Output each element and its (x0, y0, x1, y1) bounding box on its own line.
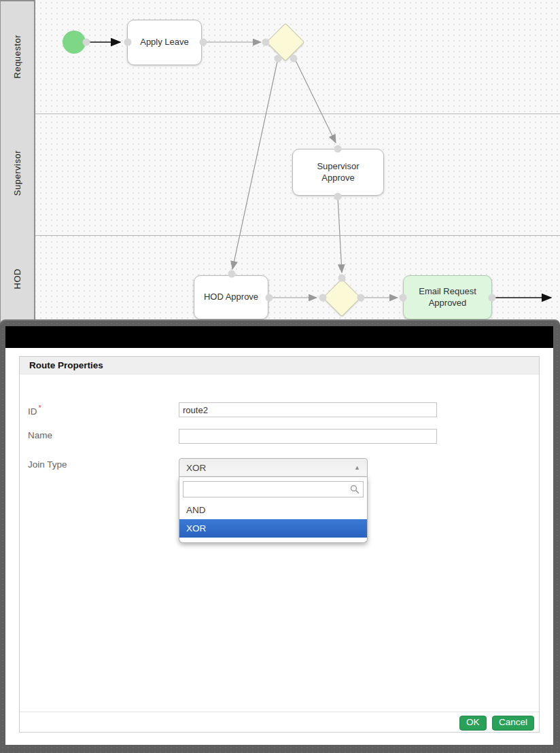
dialog-titlebar (5, 326, 553, 348)
gateway-route1[interactable] (266, 23, 305, 62)
task-supervisor-approve-label-line2: Approve (321, 173, 354, 183)
task-email-label-line2: Approved (429, 298, 467, 309)
join-type-dropdown: XOR ▲ AND XOR (179, 458, 368, 543)
dropdown-option-and[interactable]: AND (179, 501, 367, 519)
app-window: Requestor Supervisor HOD Apply Leave Sup… (0, 0, 560, 753)
id-input[interactable] (179, 402, 437, 417)
dialog-frame: Route Properties ID* Name Join Type (0, 319, 560, 753)
join-type-selected-value: XOR (186, 463, 354, 473)
dialog-footer: OK Cancel (20, 712, 539, 732)
task-supervisor-approve-label-line1: Supervisor (317, 161, 359, 172)
search-icon (350, 485, 360, 494)
lane-hod-label: HOD (12, 268, 22, 289)
panel-title: Route Properties (20, 357, 539, 374)
name-label: Name (28, 430, 177, 440)
task-hod-approve[interactable]: HOD Approve (194, 275, 268, 319)
chevron-up-icon: ▲ (354, 464, 360, 471)
start-event-node[interactable] (63, 31, 86, 54)
route-properties-dialog: Route Properties ID* Name Join Type (5, 326, 553, 745)
ok-button[interactable]: OK (459, 716, 487, 731)
join-type-dropdown-panel: AND XOR (179, 477, 368, 543)
gateway-route2[interactable] (323, 279, 362, 317)
lane-requestor[interactable]: Requestor (0, 0, 35, 113)
name-input[interactable] (179, 429, 437, 444)
task-email-request-approved[interactable]: Email Request Approved (403, 275, 492, 319)
lane-divider (35, 113, 560, 114)
task-hod-approve-label: HOD Approve (204, 292, 258, 302)
task-supervisor-approve[interactable]: Supervisor Approve (292, 149, 384, 196)
workflow-canvas[interactable]: Requestor Supervisor HOD Apply Leave Sup… (0, 0, 560, 325)
route-properties-panel: Route Properties ID* Name Join Type (19, 356, 540, 733)
dropdown-option-xor[interactable]: XOR (179, 519, 367, 538)
required-marker: * (39, 404, 41, 412)
dropdown-search-wrap (183, 481, 364, 497)
cancel-button[interactable]: Cancel (492, 716, 534, 731)
task-apply-leave[interactable]: Apply Leave (127, 20, 202, 65)
dropdown-search-input[interactable] (183, 481, 364, 497)
task-apply-leave-label: Apply Leave (140, 37, 189, 48)
lane-requestor-label: Requestor (12, 35, 22, 78)
lane-supervisor[interactable]: Supervisor (0, 112, 35, 235)
lane-hod[interactable]: HOD (0, 234, 35, 325)
task-email-label-line1: Email Request (419, 286, 476, 297)
join-type-dropdown-button[interactable]: XOR ▲ (179, 458, 368, 477)
id-label: ID* (28, 404, 177, 417)
join-type-label: Join Type (28, 459, 177, 470)
lane-divider (35, 235, 560, 236)
lane-supervisor-label: Supervisor (12, 150, 22, 196)
